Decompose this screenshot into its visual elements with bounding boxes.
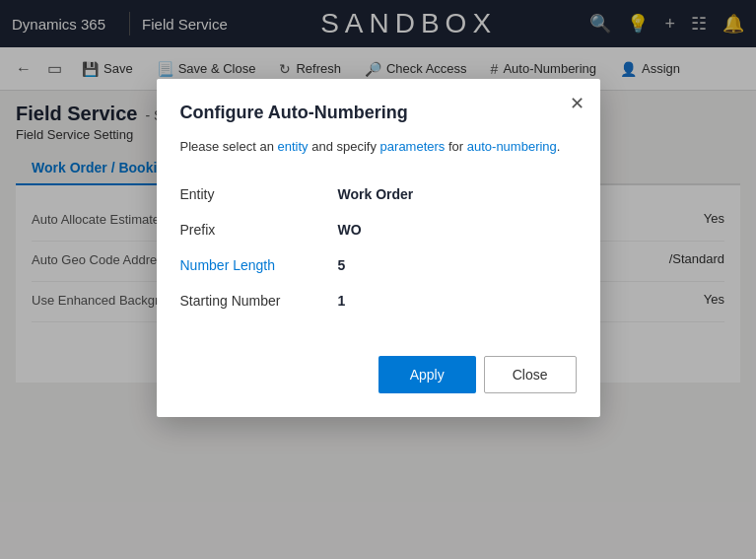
parameters-link[interactable]: parameters — [380, 139, 446, 154]
modal-overlay: Configure Auto-Numbering ✕ Please select… — [0, 0, 756, 559]
prefix-value: WO — [338, 212, 577, 247]
modal-description: Please select an entity and specify para… — [180, 137, 577, 157]
number-length-value: 5 — [338, 247, 577, 283]
modal-actions: Apply Close — [180, 348, 577, 393]
modal-fields-table: Entity Work Order Prefix WO Number Lengt… — [180, 176, 577, 318]
entity-value: Work Order — [338, 176, 577, 212]
apply-button[interactable]: Apply — [378, 356, 476, 393]
starting-number-label: Starting Number — [180, 283, 338, 318]
field-entity-row: Entity Work Order — [180, 176, 577, 212]
entity-link[interactable]: entity — [278, 139, 309, 154]
field-number-length-row: Number Length 5 — [180, 247, 577, 283]
modal-title: Configure Auto-Numbering — [180, 103, 577, 123]
field-prefix-row: Prefix WO — [180, 212, 577, 247]
close-button[interactable]: Close — [484, 356, 577, 393]
auto-numbering-modal: Configure Auto-Numbering ✕ Please select… — [157, 79, 600, 417]
starting-number-value: 1 — [338, 283, 577, 318]
entity-label: Entity — [180, 176, 338, 212]
auto-numbering-link[interactable]: auto-numbering — [467, 139, 557, 154]
prefix-label: Prefix — [180, 212, 338, 247]
number-length-label[interactable]: Number Length — [180, 247, 338, 283]
field-starting-number-row: Starting Number 1 — [180, 283, 577, 318]
modal-close-x-button[interactable]: ✕ — [570, 95, 584, 112]
